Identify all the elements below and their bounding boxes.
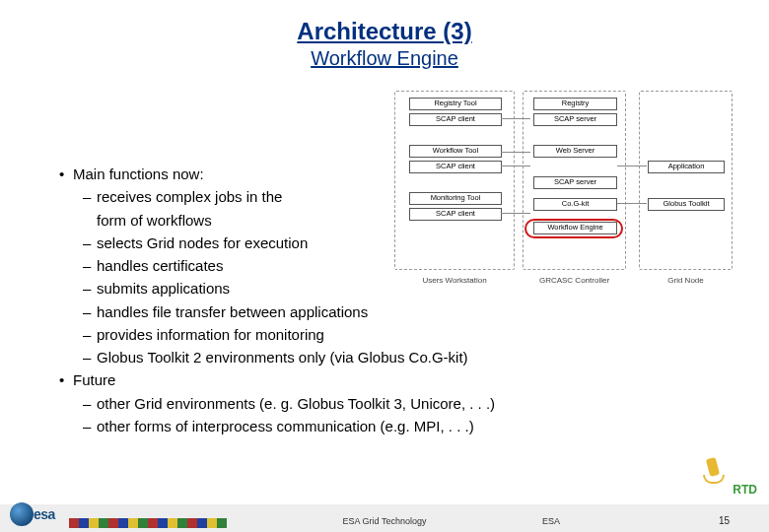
bullet-future: Future: [59, 368, 739, 391]
esa-logo-text: esa: [34, 506, 55, 522]
subitem: handles file transfer between applicatio…: [59, 300, 739, 323]
flags-strip: [69, 518, 227, 528]
diag-box: SCAP server: [533, 113, 617, 126]
subitem: handles certificates: [59, 254, 739, 277]
subitem: Globus Toolkit 2 environments only (via …: [59, 346, 739, 368]
footer-center-text: ESA Grid Technology: [343, 516, 427, 526]
subitem: receives complex jobs in the form of wor…: [59, 185, 315, 232]
bullet-main-functions: Main functions now:: [59, 163, 739, 185]
diag-box: SCAP client: [409, 113, 502, 126]
slide-body: Main functions now: receives complex job…: [59, 163, 739, 437]
diag-box: Registry Tool: [409, 98, 502, 110]
slide-subtitle: Workflow Engine: [0, 47, 769, 70]
subitem: other forms of interprocess communicatio…: [59, 415, 739, 437]
diag-box: Workflow Tool: [409, 145, 502, 158]
esa-logo: esa: [10, 502, 65, 530]
microscope-icon: [703, 455, 725, 485]
subitem: selects Grid nodes for execution: [59, 232, 315, 254]
diag-box: Web Server: [533, 145, 617, 158]
subitem: submits applications: [59, 277, 739, 299]
subitem: provides information for monitoring: [59, 323, 739, 346]
footer-esa-text: ESA: [542, 516, 560, 526]
page-number: 15: [719, 515, 730, 526]
slide-title: Architecture (3): [0, 18, 769, 45]
diag-box: Registry: [533, 98, 617, 110]
rtd-label: RTD: [733, 483, 757, 497]
subitem: other Grid environments (e. g. Globus To…: [59, 392, 739, 415]
slide-footer: esa ESA Grid Technology ESA 15: [0, 504, 769, 532]
